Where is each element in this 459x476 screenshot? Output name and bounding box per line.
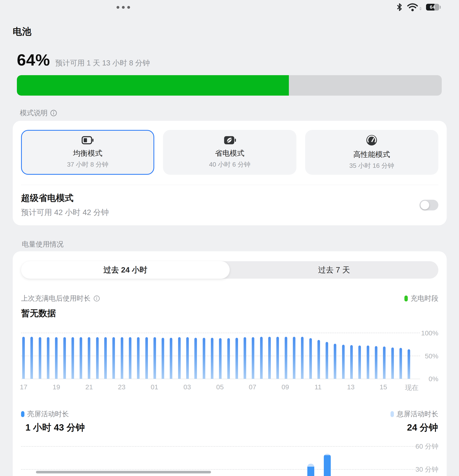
mode-card-panel: 均衡模式 37 小时 8 分钟 省电模式 40 小时 6 分钟: [13, 121, 447, 225]
screen-on-legend: 亮屏活动时长: [21, 409, 69, 419]
battery-level-chart: 100% 50% 0%: [21, 333, 438, 379]
battery-level-bar: [399, 348, 402, 379]
gridline-30min: [21, 469, 416, 470]
battery-level-bar: [407, 349, 410, 379]
battery-level-bar: [162, 338, 164, 379]
screen-off-value: 24 分钟: [407, 421, 438, 434]
leaf-battery-icon: [223, 136, 236, 145]
since-full-charge-label: 上次充满电后使用时长: [21, 294, 100, 303]
battery-level-bar: [178, 337, 181, 379]
screen-on-legend-dot: [21, 411, 24, 417]
battery-level-bar: [47, 337, 49, 379]
battery-level-bar: [22, 337, 25, 379]
chart1-xtick: 09: [282, 383, 289, 391]
speedometer-icon: [366, 135, 377, 146]
battery-level-bar: [244, 337, 246, 379]
screen-on-segment: [307, 467, 314, 476]
battery-level-bar: [358, 346, 361, 379]
battery-level-bar: [260, 337, 263, 379]
chart1-xtick: 17: [20, 383, 27, 391]
mode-label: 高性能模式: [353, 150, 390, 160]
chart1-xtick: 现在: [405, 383, 418, 392]
battery-level-bar: [227, 338, 230, 379]
battery-level-bar: [194, 338, 197, 379]
battery-level-bar: [293, 337, 295, 379]
battery-level-bar: [104, 337, 107, 379]
battery-level-bar: [137, 337, 140, 379]
battery-level-bar: [63, 337, 66, 379]
charging-legend-text: 充电时段: [411, 294, 438, 303]
chart1-xtick: 19: [53, 383, 60, 391]
info-icon[interactable]: [50, 110, 57, 117]
battery-level-bar: [235, 338, 238, 379]
super-power-saving-toggle[interactable]: [419, 200, 438, 210]
battery-settings-page: { "status_bar": { "battery_percent": "64…: [0, 0, 459, 476]
screen-off-legend: 息屏活动时长: [390, 409, 438, 419]
chart1-xtick: 07: [249, 383, 256, 391]
battery-summary: 64% 预计可用 1 天 13 小时 8 分钟: [17, 51, 459, 69]
chart-meta-row: 上次充满电后使用时长 充电时段: [21, 294, 438, 303]
status-icons: 64: [396, 3, 441, 11]
mode-section-label-text: 模式说明: [20, 108, 48, 118]
mode-duration: 35 小时 16 分钟: [349, 162, 394, 170]
battery-level-bar: [334, 344, 336, 379]
battery-level-bar: [350, 345, 353, 379]
battery-level-bar: [367, 346, 369, 379]
battery-level-bar: [203, 338, 205, 379]
chart1-xtick: 13: [347, 383, 354, 391]
screen-off-legend-dot: [390, 411, 394, 417]
mode-option-performance[interactable]: 高性能模式 35 小时 16 分钟: [305, 130, 438, 175]
chart1-xtick: 21: [85, 383, 93, 391]
mode-option-balanced[interactable]: 均衡模式 37 小时 8 分钟: [21, 130, 154, 175]
charging-legend-dot: [404, 296, 408, 301]
battery-level-bar: [219, 338, 221, 379]
battery-level-bar: [326, 342, 328, 379]
chart1-xtick: 23: [118, 383, 125, 391]
screen-off-segment: [324, 454, 331, 455]
battery-level-bar: [30, 337, 33, 379]
tab-last-24-hours[interactable]: 过去 24 小时: [21, 261, 230, 279]
battery-level-bar: [112, 337, 115, 379]
mode-options: 均衡模式 37 小时 8 分钟 省电模式 40 小时 6 分钟: [21, 130, 438, 175]
battery-level-bar: [309, 338, 312, 379]
chart1-xtick: 05: [216, 383, 224, 391]
screen-on-segment: [324, 455, 331, 476]
battery-level-bar: [39, 337, 41, 379]
battery-level-bar: [71, 337, 74, 379]
battery-level-bar: [96, 337, 99, 379]
chart1-xtick: 15: [380, 383, 387, 391]
battery-icon-percent: 64: [426, 4, 439, 10]
ytick-50: 50%: [425, 352, 438, 360]
battery-estimate-text: 预计可用 1 天 13 小时 8 分钟: [55, 58, 150, 68]
wifi-icon: [407, 3, 418, 11]
tab-last-7-days[interactable]: 过去 7 天: [230, 261, 438, 279]
battery-level-bar: [88, 337, 90, 379]
battery-icon: 64: [426, 4, 439, 10]
super-power-saving-estimate: 预计可用 42 小时 42 分钟: [21, 207, 109, 218]
chart1-xlabels: 171921230103050709111315现在: [21, 383, 438, 392]
info-icon[interactable]: [93, 295, 100, 302]
ytick-60min: 60 分钟: [415, 442, 438, 451]
usage-section-label: 电量使用情况: [22, 240, 459, 249]
horizontal-scrollbar[interactable]: [36, 471, 211, 473]
mode-label: 省电模式: [215, 148, 244, 158]
chart1-xtick: 01: [151, 383, 158, 391]
battery-level-bar: [129, 337, 132, 379]
usage-panel: 过去 24 小时 过去 7 天 上次充满电后使用时长 充电时段 暂无数据 100…: [13, 251, 447, 476]
mode-option-power-saving[interactable]: 省电模式 40 小时 6 分钟: [163, 130, 296, 175]
mode-duration: 40 小时 6 分钟: [209, 160, 250, 169]
chart1-xtick: 11: [315, 383, 321, 391]
window-handle-dots[interactable]: [116, 6, 130, 9]
battery-progress-bar: [17, 75, 442, 96]
screen-on-legend-text: 亮屏活动时长: [27, 409, 69, 419]
battery-progress-fill: [17, 75, 289, 96]
mode-label: 均衡模式: [73, 148, 102, 158]
battery-level-bar: [285, 337, 287, 379]
battery-level-bar: [145, 337, 148, 379]
battery-level-bar: [375, 346, 377, 379]
page-title: 电池: [13, 26, 459, 38]
status-bar: 64: [0, 0, 459, 14]
no-data-text: 暂无数据: [21, 307, 438, 319]
activity-bar: [307, 464, 314, 476]
battery-level-bar: [170, 338, 172, 379]
